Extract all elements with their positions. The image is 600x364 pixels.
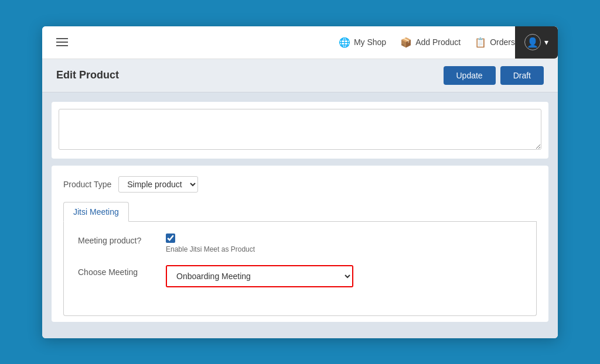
choose-meeting-row: Choose Meeting Onboarding Meeting Team S… [78,265,522,287]
tabs: Jitsi Meeting [63,202,537,222]
subheader: Edit Product Update Draft [42,59,558,92]
page-title: Edit Product [56,69,119,81]
description-textarea[interactable] [59,109,541,150]
product-type-select[interactable]: Simple product [118,176,198,193]
nav-my-shop-label: My Shop [354,37,386,47]
product-type-row: Product Type Simple product [63,176,537,193]
draft-button[interactable]: Draft [500,66,544,85]
meeting-product-label: Meeting product? [78,233,166,245]
meeting-product-checkbox-row [166,233,522,243]
choose-meeting-control: Onboarding Meeting Team Standup Client C… [166,265,522,287]
jitsi-content: Meeting product? Enable Jitsi Meet as Pr… [63,222,537,316]
avatar-icon: 👤 [524,34,541,50]
user-avatar-menu[interactable]: 👤 ▾ [515,26,558,59]
nav-orders[interactable]: 📋 Orders [475,37,515,48]
tab-jitsi-meeting[interactable]: Jitsi Meeting [63,202,129,222]
meeting-select[interactable]: Onboarding Meeting Team Standup Client C… [167,266,352,286]
description-area [52,102,548,159]
nav-add-product-label: Add Product [415,37,461,47]
orders-icon: 📋 [475,37,486,48]
meeting-product-row: Meeting product? Enable Jitsi Meet as Pr… [78,233,522,253]
meeting-product-checkbox[interactable] [166,233,175,243]
nav-add-product[interactable]: 📦 Add Product [400,37,461,48]
navbar: 🌐 My Shop 📦 Add Product 📋 Orders 👤 ▾ [42,26,558,59]
meeting-product-control: Enable Jitsi Meet as Product [166,233,522,253]
product-settings-card: Product Type Simple product Jitsi Meetin… [52,166,548,322]
avatar-caret: ▾ [544,37,548,47]
nav-my-shop[interactable]: 🌐 My Shop [339,37,386,48]
globe-icon: 🌐 [339,37,350,48]
subheader-actions: Update Draft [444,66,544,85]
meeting-select-wrapper: Onboarding Meeting Team Standup Client C… [166,265,353,287]
box-icon: 📦 [400,37,412,48]
nav-links: 🌐 My Shop 📦 Add Product 📋 Orders [339,37,515,48]
nav-orders-label: Orders [490,37,515,47]
enable-jitsi-label: Enable Jitsi Meet as Product [166,245,522,253]
hamburger-button[interactable] [52,33,73,51]
app-window: 🌐 My Shop 📦 Add Product 📋 Orders 👤 ▾ Edi… [42,26,558,338]
product-type-label: Product Type [63,180,111,189]
choose-meeting-label: Choose Meeting [78,265,166,277]
tab-jitsi-label: Jitsi Meeting [73,207,119,217]
main-content: Product Type Simple product Jitsi Meetin… [42,92,558,338]
description-card [52,102,548,159]
update-button[interactable]: Update [444,66,496,85]
